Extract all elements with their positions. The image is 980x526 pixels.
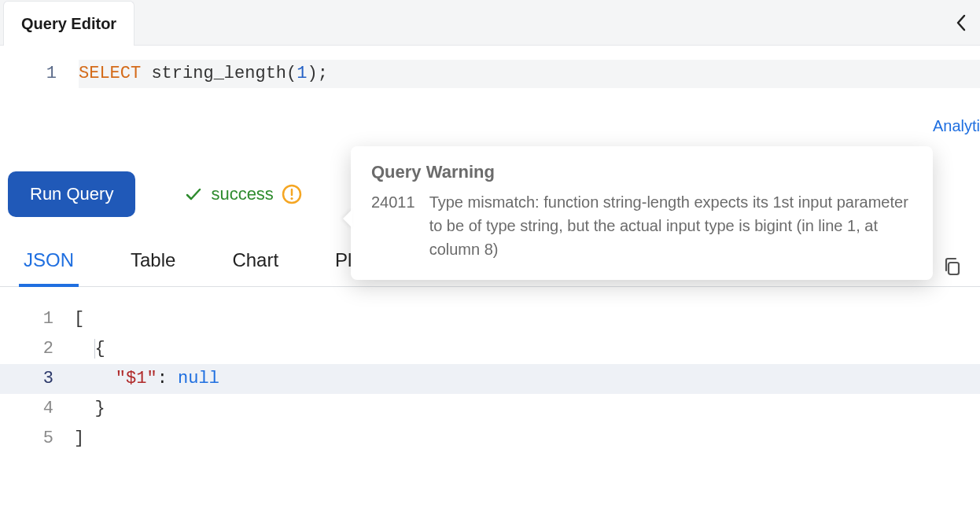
token-brace: } xyxy=(94,399,105,418)
json-line: 1 [ xyxy=(0,304,980,334)
svg-point-2 xyxy=(290,197,293,200)
status-text: success xyxy=(211,184,273,204)
token-key: "$1" xyxy=(116,369,157,388)
query-status: success xyxy=(184,184,301,204)
token-punct: ); xyxy=(307,64,327,83)
query-warning-popover: Query Warning 24011 Type mismatch: funct… xyxy=(351,146,933,280)
json-line: 2 { xyxy=(0,334,980,364)
line-number: 2 xyxy=(0,334,71,364)
tab-json[interactable]: JSON xyxy=(19,241,79,287)
collapse-panel-button[interactable] xyxy=(950,12,972,34)
svg-rect-5 xyxy=(949,263,959,274)
line-number: 3 xyxy=(0,364,71,394)
editor-tabstrip: Query Editor xyxy=(0,0,980,46)
token-number: 1 xyxy=(297,64,307,83)
run-query-button[interactable]: Run Query xyxy=(8,171,135,217)
token-bracket: ] xyxy=(74,429,84,448)
token-bracket: [ xyxy=(74,309,84,329)
line-number: 4 xyxy=(0,394,71,424)
json-line: 5 ] xyxy=(0,424,980,454)
tab-chart[interactable]: Chart xyxy=(227,241,283,287)
json-line: 3 "$1": null xyxy=(0,364,980,394)
run-toolbar: Run Query success Query Warning 24011 Ty… xyxy=(0,171,980,236)
tab-query-editor[interactable]: Query Editor xyxy=(3,1,134,46)
json-result-viewer[interactable]: 1 [ 2 { 3 "$1": null 4 } 5 ] xyxy=(0,287,980,471)
token-keyword: SELECT xyxy=(79,64,141,83)
copy-icon xyxy=(942,256,961,277)
line-number: 5 xyxy=(0,424,71,454)
warning-icon[interactable] xyxy=(282,184,302,204)
token-sep: : xyxy=(157,369,178,388)
code-content[interactable]: SELECT string_length(1); xyxy=(79,60,980,88)
line-number: 1 xyxy=(0,304,71,334)
token-brace: { xyxy=(94,339,105,359)
warning-message: Type mismatch: function string-length ex… xyxy=(429,190,912,261)
line-number: 1 xyxy=(0,60,79,88)
chevron-left-icon xyxy=(956,14,967,31)
popover-title: Query Warning xyxy=(371,162,912,182)
tab-label: Query Editor xyxy=(21,15,116,33)
warning-code: 24011 xyxy=(371,190,415,261)
token-null: null xyxy=(178,369,219,388)
token-call: string_length( xyxy=(141,64,297,83)
code-line: 1 SELECT string_length(1); xyxy=(0,60,980,88)
tab-table[interactable]: Table xyxy=(126,241,180,287)
json-line: 4 } xyxy=(0,394,980,424)
copy-button[interactable] xyxy=(942,256,961,277)
check-icon xyxy=(184,185,203,204)
analytics-link[interactable]: Analyti xyxy=(933,117,980,135)
